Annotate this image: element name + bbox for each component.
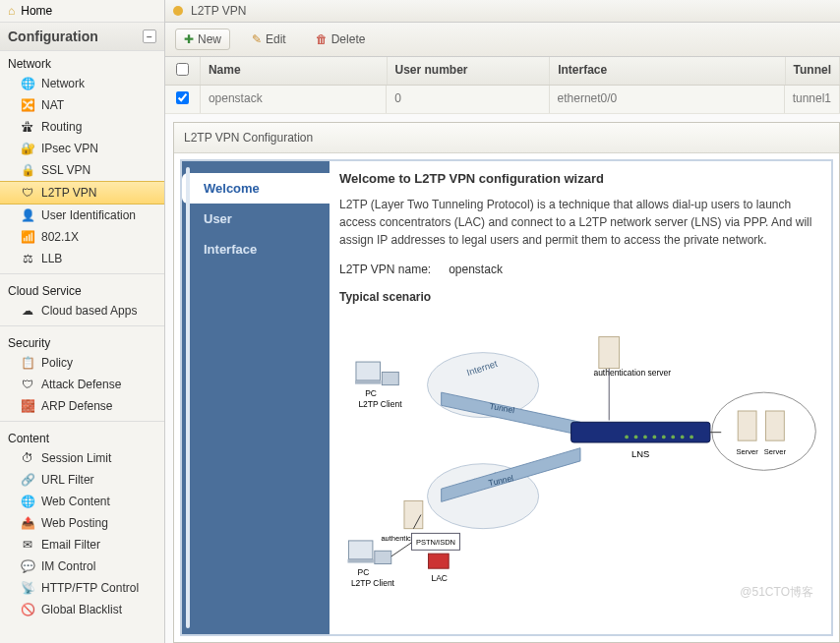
sidebar-item-label: Cloud based Apps	[41, 304, 137, 318]
sidebar-item-web-posting[interactable]: 📤Web Posting	[0, 512, 164, 534]
toolbar: ✚New ✎Edit 🗑Delete	[165, 23, 840, 57]
sidebar-item-label: Web Content	[41, 495, 110, 508]
sidebar-item-802-1x[interactable]: 📶802.1X	[0, 226, 164, 248]
sidebar-item-url-filter[interactable]: 🔗URL Filter	[0, 469, 164, 491]
config-label: Configuration	[8, 29, 98, 44]
divider	[0, 421, 164, 422]
sidebar-item-global-blacklist[interactable]: 🚫Global Blacklist	[0, 599, 164, 620]
svg-point-35	[681, 436, 685, 439]
divider	[0, 273, 164, 274]
sidebar-item-l2tp-vpn[interactable]: 🛡L2TP VPN	[0, 181, 164, 205]
sidebar-item-im-control[interactable]: 💬IM Control	[0, 555, 164, 577]
svg-text:PC: PC	[365, 388, 377, 398]
wizard-tab-user[interactable]: User	[182, 204, 330, 234]
svg-point-38	[712, 392, 816, 470]
section-cloud-title: Cloud Service	[0, 278, 164, 300]
svg-text:LNS: LNS	[631, 448, 649, 459]
header-user[interactable]: User number	[388, 57, 551, 85]
svg-rect-24	[428, 554, 449, 568]
sidebar-item-label: NAT	[41, 98, 64, 112]
header-name[interactable]: Name	[201, 57, 388, 85]
table-header: Name User number Interface Tunnel	[165, 57, 840, 86]
collapse-icon[interactable]: −	[143, 29, 156, 43]
nav-icon: ⚖	[20, 251, 35, 266]
cell-interface: ethernet0/0	[550, 86, 785, 113]
svg-text:L2TP Client: L2TP Client	[351, 578, 395, 588]
wizard: Welcome User Interface Welcome to L2TP V…	[180, 159, 833, 636]
nav-icon: 📤	[20, 515, 35, 531]
sidebar-item-routing[interactable]: 🛣Routing	[0, 116, 164, 138]
config-panel: L2TP VPN Configuration Welcome User Inte…	[173, 122, 840, 643]
delete-button[interactable]: 🗑Delete	[308, 29, 374, 49]
sidebar-item-label: Policy	[41, 356, 73, 370]
sidebar-item-label: Session Limit	[41, 451, 111, 465]
sidebar-item-ssl-vpn[interactable]: 🔒SSL VPN	[0, 159, 164, 181]
svg-point-29	[625, 436, 629, 439]
home-nav[interactable]: ⌂ Home	[0, 0, 164, 23]
wizard-desc: L2TP (Layer Two Tunneling Protocol) is a…	[339, 196, 821, 249]
sidebar-item-policy[interactable]: 📋Policy	[0, 352, 164, 374]
nav-icon: 🛡	[20, 377, 35, 392]
nav-icon: 👤	[20, 207, 35, 223]
new-button[interactable]: ✚New	[175, 29, 230, 50]
wizard-content: Welcome to L2TP VPN configuration wizard…	[330, 161, 831, 634]
scenario-diagram: Internet Internet Tunnel Tunnel PC L2TP	[339, 312, 821, 607]
nav-icon: 🔐	[20, 141, 35, 156]
tab-indicator-icon	[173, 6, 183, 16]
nav-icon: 📶	[20, 229, 35, 245]
section-content-title: Content	[0, 426, 164, 447]
edit-button[interactable]: ✎Edit	[244, 29, 294, 49]
header-tunnel[interactable]: Tunnel	[786, 57, 840, 85]
sidebar-item-label: Email Filter	[41, 538, 100, 552]
edit-icon: ✎	[252, 32, 262, 46]
wizard-tab-welcome[interactable]: Welcome	[182, 173, 330, 204]
tab-bar: L2TP VPN	[165, 0, 840, 23]
sidebar-item-session-limit[interactable]: ⏱Session Limit	[0, 447, 164, 469]
svg-point-33	[662, 436, 666, 439]
sidebar-item-arp-defense[interactable]: 🧱ARP Defense	[0, 395, 164, 417]
nav-icon: 🧱	[20, 398, 35, 414]
sidebar-item-email-filter[interactable]: ✉Email Filter	[0, 534, 164, 555]
cell-tunnel: tunnel1	[785, 86, 840, 113]
table-row[interactable]: openstack 0 ethernet0/0 tunnel1	[165, 86, 840, 114]
main-area: L2TP VPN ✚New ✎Edit 🗑Delete Name User nu…	[165, 0, 840, 643]
wizard-tab-interface[interactable]: Interface	[182, 234, 330, 264]
nav-icon: 🔒	[20, 162, 35, 178]
svg-rect-40	[765, 411, 784, 440]
sidebar-item-label: L2TP VPN	[41, 186, 96, 200]
sidebar: ⌂ Home Configuration − Network 🌐Network🔀…	[0, 0, 165, 643]
divider	[0, 325, 164, 326]
sidebar-item-cloud-based-apps[interactable]: ☁Cloud based Apps	[0, 300, 164, 322]
watermark: @51CTO博客	[740, 584, 813, 601]
config-header[interactable]: Configuration −	[0, 23, 164, 51]
cell-user: 0	[387, 86, 549, 113]
sidebar-item-attack-defense[interactable]: 🛡Attack Defense	[0, 374, 164, 395]
svg-rect-12	[348, 541, 373, 559]
tab-title[interactable]: L2TP VPN	[191, 4, 246, 18]
plus-icon: ✚	[184, 32, 194, 46]
sidebar-item-llb[interactable]: ⚖LLB	[0, 248, 164, 269]
header-interface[interactable]: Interface	[550, 57, 785, 85]
sidebar-item-web-content[interactable]: 🌐Web Content	[0, 491, 164, 512]
sidebar-item-network[interactable]: 🌐Network	[0, 73, 164, 94]
svg-rect-39	[738, 411, 756, 440]
nav-icon: 🔗	[20, 472, 35, 488]
svg-rect-9	[382, 372, 398, 384]
sidebar-item-label: ARP Defense	[41, 399, 113, 413]
svg-rect-13	[347, 559, 373, 563]
wizard-heading: Welcome to L2TP VPN configuration wizard	[339, 171, 821, 186]
sidebar-item-label: Global Blacklist	[41, 603, 122, 616]
sidebar-item-user-identification[interactable]: 👤User Identification	[0, 205, 164, 226]
sidebar-item-http-ftp-control[interactable]: 📡HTTP/FTP Control	[0, 577, 164, 599]
svg-point-34	[671, 436, 675, 439]
section-network-title: Network	[0, 51, 164, 73]
nav-icon: 🔀	[20, 97, 35, 113]
svg-line-26	[391, 543, 412, 556]
nav-icon: 🚫	[20, 602, 35, 617]
sidebar-item-nat[interactable]: 🔀NAT	[0, 94, 164, 116]
row-checkbox[interactable]	[165, 86, 201, 113]
sidebar-item-ipsec-vpn[interactable]: 🔐IPsec VPN	[0, 138, 164, 159]
svg-point-36	[690, 436, 693, 439]
sidebar-item-label: Web Posting	[41, 516, 108, 530]
header-checkbox[interactable]	[165, 57, 201, 85]
